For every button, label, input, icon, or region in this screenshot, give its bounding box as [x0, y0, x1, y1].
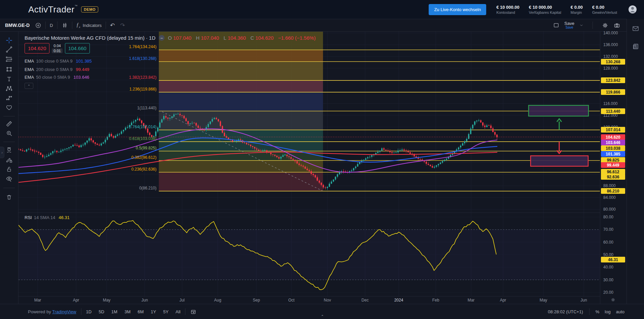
log-scale-button[interactable]: log: [605, 309, 610, 314]
candle: [363, 160, 364, 161]
range-button-3M[interactable]: 3M: [124, 309, 131, 314]
range-button-6M[interactable]: 6M: [138, 309, 144, 314]
tool-ruler[interactable]: [5, 120, 13, 128]
candle: [438, 164, 439, 165]
layout-square-icon[interactable]: [553, 22, 560, 29]
gear-icon[interactable]: [602, 22, 609, 29]
auto-scale-button[interactable]: auto: [616, 309, 624, 314]
tool-fib-lines[interactable]: [5, 56, 13, 63]
settings-gear-icon[interactable]: [602, 22, 609, 29]
tool-projection[interactable]: [5, 94, 13, 102]
tool-crosshair[interactable]: [5, 37, 13, 44]
ema-legend-row[interactable]: EMA200 close 0 SMA 999.449: [25, 67, 89, 72]
tool-eye[interactable]: [5, 175, 13, 182]
chevron-down-icon[interactable]: [579, 23, 584, 28]
sidebar-news-button[interactable]: [632, 42, 640, 50]
candle: [482, 122, 484, 126]
candle: [117, 134, 118, 136]
candle: [58, 152, 60, 152]
candle: [397, 150, 399, 152]
range-button-All[interactable]: All: [176, 309, 180, 314]
candle: [284, 154, 286, 155]
candle: [163, 116, 165, 119]
account-stat: € 10 000.00Verfügbares Kapital: [529, 5, 561, 14]
tool-text[interactable]: [5, 75, 13, 83]
candle: [369, 157, 370, 157]
series-legend: Bayerische Motoren Werke AG CFD (delayed…: [25, 35, 317, 41]
range-button-5D[interactable]: 5D: [99, 309, 104, 314]
snapshot-camera-icon[interactable]: [613, 22, 620, 29]
candle: [161, 119, 163, 123]
tool-magnet[interactable]: [5, 146, 13, 154]
tool-xabcd-pattern[interactable]: [5, 85, 13, 92]
save-button[interactable]: SaveSave: [564, 21, 574, 29]
candle: [407, 151, 409, 152]
ema-legend-row[interactable]: EMA50 close 0 SMA 9103.646: [25, 75, 89, 80]
candle: [171, 116, 173, 118]
app-header: ActivTrader™ DEMO Zu Live-Konto wechseln…: [0, 0, 644, 19]
trend-line-icon: [5, 46, 13, 53]
tradingview-link[interactable]: TradingView: [52, 309, 76, 314]
percent-scale-button[interactable]: %: [596, 309, 600, 314]
candlestick-style-icon[interactable]: [62, 22, 68, 29]
candle: [492, 128, 494, 132]
chart-style-icon[interactable]: [62, 22, 68, 29]
layout-select-icon[interactable]: [553, 22, 560, 29]
candle: [432, 166, 433, 168]
price-badge: 99.449: [601, 162, 625, 168]
tool-rectangle[interactable]: [5, 66, 13, 73]
range-button-1Y[interactable]: 1Y: [151, 309, 156, 314]
interval-button[interactable]: D: [50, 23, 53, 28]
time-axis[interactable]: MarAprMayJunJulAugSepOctNovDec2024FebMar…: [19, 296, 600, 304]
time-axis-label: Oct: [288, 298, 295, 303]
save-dropdown-chevron-icon[interactable]: [579, 23, 584, 28]
tool-trash[interactable]: [5, 193, 13, 201]
sidebar-mail-button[interactable]: [632, 25, 640, 33]
candle: [198, 126, 199, 128]
legend-minimize-icon[interactable]: –: [159, 35, 165, 41]
calendar-icon[interactable]: [190, 309, 196, 315]
time-axis-settings[interactable]: [610, 297, 616, 303]
undo-button[interactable]: ↶: [110, 22, 115, 29]
chart-area[interactable]: Bayerische Motoren Werke AG CFD (delayed…: [19, 32, 600, 304]
tool-padlock[interactable]: [5, 166, 13, 173]
candle: [220, 121, 221, 126]
tool-pencil-lock[interactable]: [5, 156, 13, 164]
redo-button[interactable]: ↷: [120, 22, 125, 29]
avatar-icon[interactable]: [627, 4, 638, 15]
candle: [216, 118, 217, 119]
compare-add-icon[interactable]: [35, 22, 41, 29]
legend-collapse-button[interactable]: ⌃: [25, 83, 33, 89]
range-button-1M[interactable]: 1M: [111, 309, 117, 314]
candle: [486, 126, 488, 127]
tool-heart[interactable]: [5, 104, 13, 111]
tool-trend-line[interactable]: [5, 46, 13, 53]
range-button-5Y[interactable]: 5Y: [163, 309, 169, 314]
candle: [414, 154, 415, 156]
add-symbol-icon[interactable]: [35, 22, 41, 29]
symbol-button[interactable]: BMW.GE-D: [5, 23, 30, 28]
goto-date-icon[interactable]: [190, 309, 196, 315]
user-avatar[interactable]: [627, 4, 638, 15]
switch-to-live-button[interactable]: Zu Live-Konto wechseln: [429, 4, 486, 15]
bottom-panel-expand-chevron[interactable]: ⌃: [318, 314, 326, 319]
candle: [385, 150, 387, 150]
camera-icon[interactable]: [613, 22, 620, 29]
price-axis[interactable]: 140.000136.000132.000128.000116.000112.0…: [600, 32, 627, 304]
candle: [107, 137, 108, 140]
candle: [179, 114, 181, 115]
up-arrow: [557, 119, 562, 122]
tool-magnifier[interactable]: [5, 130, 13, 137]
supply-zone-green-box: [529, 105, 588, 116]
clock[interactable]: 08:28:02 (UTC+1): [548, 309, 583, 314]
indicators-button[interactable]: ƒx Indicators: [76, 22, 102, 29]
ema-legend-row[interactable]: EMA100 close 0 SMA 9101.385: [25, 59, 92, 64]
range-button-1D[interactable]: 1D: [86, 309, 92, 314]
account-stat: € 0.00Margin: [571, 5, 583, 14]
rsi-axis-label: 30.00: [603, 278, 613, 282]
account-stat: € 10 000.00Kontostand: [496, 5, 520, 14]
candle: [226, 136, 227, 138]
buy-ask-button[interactable]: 104.660: [65, 43, 90, 54]
rail-collapse-handle[interactable]: ›: [0, 147, 4, 158]
sell-bid-button[interactable]: 104.620: [25, 43, 49, 54]
